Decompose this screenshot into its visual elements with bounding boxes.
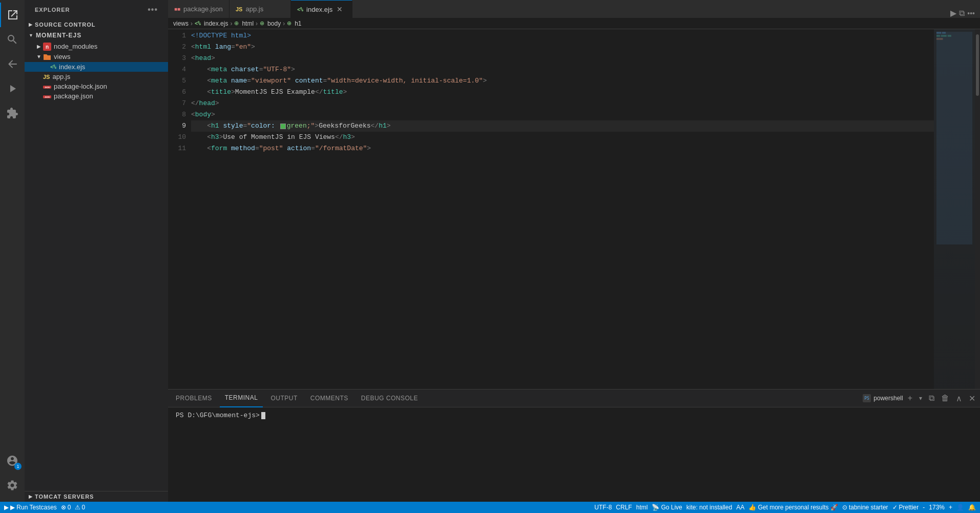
tab-index-ejs-label: index.ejs [306, 6, 332, 13]
views-arrow: ▼ [35, 54, 43, 59]
node-modules-arrow: ▶ [35, 44, 43, 49]
ln-5: 5 [168, 75, 186, 87]
breadcrumb-views-label: views [173, 20, 189, 27]
breadcrumb-h1[interactable]: ⊕ h1 [287, 20, 301, 27]
status-kite[interactable]: kite: not installed [686, 504, 732, 511]
tree-node-modules[interactable]: ▶ n node_modules [25, 41, 168, 52]
powershell-label: PS powershell [863, 394, 903, 402]
tab-problems[interactable]: PROBLEMS [171, 389, 217, 407]
activity-search[interactable] [0, 27, 25, 52]
code-lines-container[interactable]: <!DOCTYPE html> <html lang="en"> <head> … [191, 29, 934, 389]
code-editor[interactable]: 1 2 3 4 5 6 7 8 9 10 11 [168, 29, 980, 389]
terminal-prompt-line: PS D:\GFG\moment-ejs> [176, 412, 972, 419]
status-language[interactable]: html [636, 504, 648, 511]
tab-package-json[interactable]: ■■ package.json [168, 0, 230, 18]
bc-h1-icon: ⊕ [287, 20, 291, 27]
svg-text:n: n [46, 44, 49, 50]
ln-2: 2 [168, 42, 186, 53]
tab-terminal[interactable]: TERMINAL [220, 389, 263, 407]
tree-package-lock[interactable]: JSON package-lock.json [25, 81, 168, 91]
panel-collapse-btn[interactable]: ∧ [954, 393, 964, 404]
status-zoom-level[interactable]: 173% [929, 504, 945, 511]
status-font-size[interactable]: AA [736, 504, 744, 511]
code-line-6: <title>MomentJS EJS Example</title> [191, 87, 934, 98]
panel-split-btn[interactable]: ⧉ [927, 393, 936, 404]
status-personalize[interactable]: 👍 Get more personal results 🚀 [748, 504, 838, 511]
views-folder-icon [43, 53, 51, 61]
project-section[interactable]: ▼ MOMENT-EJS [25, 30, 168, 41]
tree-package-json[interactable]: JSON package.json [25, 91, 168, 101]
code-line-2: <html lang="en"> [191, 42, 934, 53]
status-bar-right: UTF-8 CRLF html 📡 Go Live kite: not inst… [594, 504, 976, 511]
panel-close-btn[interactable]: ✕ [967, 393, 977, 404]
tree-views[interactable]: ▼ views [25, 52, 168, 63]
panel-trash-btn[interactable]: 🗑 [939, 393, 951, 404]
status-tabnine[interactable]: ⊙ tabnine starter [842, 504, 888, 511]
breadcrumb-html[interactable]: ⊕ html [234, 20, 254, 27]
status-zoom-minus[interactable]: - [923, 504, 925, 511]
breadcrumb-index-ejs[interactable]: <% index.ejs [195, 20, 228, 27]
tab-debug-console[interactable]: DEBUG CONSOLE [356, 389, 423, 407]
activity-account[interactable]: 1 [0, 448, 25, 473]
sidebar-header: EXPLORER ••• [25, 0, 168, 19]
tab-app-js-label: app.js [245, 5, 263, 13]
breadcrumb-views[interactable]: views [173, 20, 189, 27]
scrollbar-vertical[interactable] [975, 29, 980, 389]
language-label: html [636, 504, 648, 511]
status-run-testcases[interactable]: ▶ ▶ Run Testcases [4, 504, 57, 511]
breadcrumb-h1-label: h1 [295, 20, 301, 27]
bc-sep-2: › [230, 20, 232, 27]
panel-add-btn[interactable]: + [906, 393, 914, 404]
status-bell[interactable]: 🔔 [968, 504, 976, 511]
warning-icon: ⚠ [75, 504, 80, 511]
status-line-ending[interactable]: CRLF [616, 504, 632, 511]
code-line-4: <meta charset="UTF-8"> [191, 64, 934, 75]
activity-git[interactable] [0, 52, 25, 76]
activity-run[interactable] [0, 76, 25, 101]
tab-bar: ■■ package.json JS app.js <% index.ejs ✕… [168, 0, 980, 18]
code-content: 1 2 3 4 5 6 7 8 9 10 11 [168, 29, 980, 389]
run-button[interactable]: ▶ [950, 8, 956, 18]
code-line-8: <body> [191, 109, 934, 120]
status-go-live[interactable]: 📡 Go Live [652, 504, 682, 511]
tab-index-ejs[interactable]: <% index.ejs ✕ [291, 0, 352, 18]
tab-bar-actions: ▶ ⧉ ••• [950, 8, 980, 18]
breadcrumb-body[interactable]: ⊕ body [260, 20, 281, 27]
tab-close-button[interactable]: ✕ [337, 5, 343, 13]
bc-sep-3: › [256, 20, 258, 27]
tabnine-icon: ⊙ [842, 504, 847, 511]
activity-explorer[interactable] [0, 3, 25, 27]
tomcat-header[interactable]: ▶ TOMCAT SERVERS [25, 491, 168, 502]
sidebar-more-icon[interactable]: ••• [148, 5, 158, 14]
activity-extensions[interactable] [0, 101, 25, 126]
split-editor-button[interactable]: ⧉ [959, 9, 965, 18]
tree-app-js[interactable]: JS app.js [25, 72, 168, 81]
terminal-cursor [261, 412, 265, 419]
warning-count: 0 [82, 504, 86, 511]
node-modules-icon: n [43, 42, 51, 51]
tab-js-icon: JS [236, 6, 242, 12]
tab-comments[interactable]: COMMENTS [305, 389, 353, 407]
status-user-icon[interactable]: 👤 [956, 504, 964, 511]
panel-tabs: PROBLEMS TERMINAL OUTPUT COMMENTS DEBUG … [168, 389, 980, 407]
tab-output[interactable]: OUTPUT [265, 389, 302, 407]
source-control-arrow: ▶ [29, 22, 33, 27]
status-encoding[interactable]: UTF-8 [594, 504, 612, 511]
status-errors-warnings[interactable]: ⊗ 0 ⚠ 0 [61, 504, 85, 511]
status-prettier[interactable]: ✓ Prettier [892, 504, 919, 511]
bell-icon: 🔔 [968, 504, 976, 511]
activity-settings[interactable] [0, 473, 25, 498]
panel-content[interactable]: PS D:\GFG\moment-ejs> [168, 407, 980, 502]
status-zoom-plus[interactable]: + [949, 504, 952, 511]
views-label: views [54, 53, 71, 60]
more-actions-button[interactable]: ••• [967, 9, 975, 17]
index-ejs-label: index.ejs [59, 63, 85, 71]
tree-index-ejs[interactable]: <% index.ejs [25, 62, 168, 72]
panel-dropdown-btn[interactable]: ▾ [917, 394, 924, 403]
tab-ejs-icon: <% [297, 7, 303, 12]
package-lock-label: package-lock.json [54, 83, 107, 90]
source-control-section[interactable]: ▶ SOURCE CONTROL [25, 19, 168, 30]
tab-app-js[interactable]: JS app.js [230, 0, 291, 18]
svg-text:PS: PS [864, 396, 869, 401]
package-json-icon: JSON [43, 92, 51, 100]
